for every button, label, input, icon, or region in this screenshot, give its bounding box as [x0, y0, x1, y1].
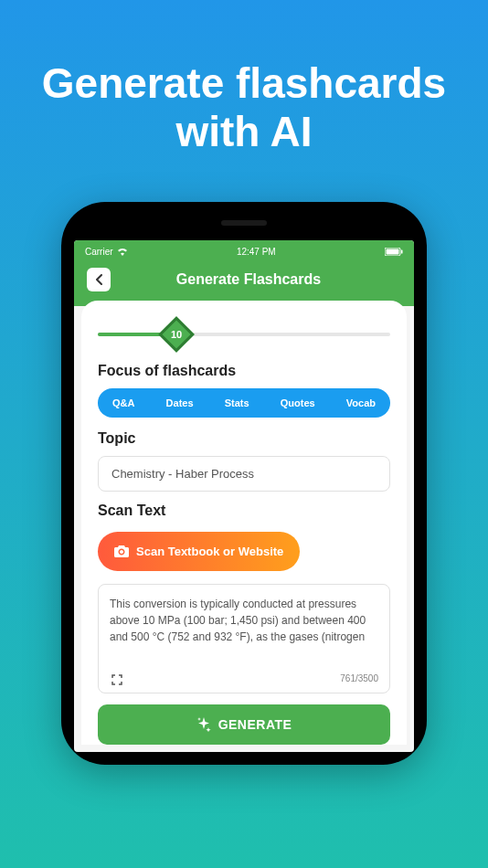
focus-pill-dates[interactable]: Dates	[166, 397, 194, 408]
svg-rect-2	[401, 250, 403, 254]
char-count: 761/3500	[340, 672, 378, 685]
page-title: Generate Flashcards	[96, 271, 401, 288]
slider-thumb[interactable]: 10	[159, 316, 196, 353]
focus-label: Focus of flashcards	[98, 363, 390, 379]
count-slider[interactable]: 10	[98, 321, 390, 348]
expand-icon[interactable]	[111, 674, 122, 685]
topic-label: Topic	[98, 430, 390, 447]
scan-label: Scan Text	[98, 503, 390, 519]
app-header: Generate Flashcards	[74, 260, 414, 306]
content-card: 10 Focus of flashcards Q&A Dates Stats Q…	[81, 301, 407, 745]
focus-pill-vocab[interactable]: Vocab	[346, 397, 376, 408]
generate-button[interactable]: GENERATE	[98, 704, 390, 745]
status-bar: Carrier 12:47 PM	[74, 240, 414, 260]
slider-value: 10	[171, 329, 182, 340]
hero-title: Generate flashcards with AI	[0, 0, 488, 184]
phone-frame: Carrier 12:47 PM Generate Flashcards	[61, 202, 427, 765]
phone-screen: Carrier 12:47 PM Generate Flashcards	[74, 240, 414, 752]
focus-pill-qa[interactable]: Q&A	[112, 397, 134, 408]
generate-button-label: GENERATE	[218, 717, 292, 732]
scan-text-area[interactable]: This conversion is typically conducted a…	[98, 584, 390, 693]
scan-button[interactable]: Scan Textbook or Website	[98, 532, 300, 571]
focus-pill-stats[interactable]: Stats	[225, 397, 249, 408]
status-time: 12:47 PM	[237, 247, 276, 257]
sparkle-icon	[196, 717, 211, 732]
scan-button-label: Scan Textbook or Website	[136, 545, 283, 558]
svg-rect-1	[387, 249, 399, 255]
wifi-icon	[117, 248, 128, 256]
focus-pill-quotes[interactable]: Quotes	[281, 397, 315, 408]
phone-speaker	[221, 220, 267, 226]
topic-input[interactable]: Chemistry - Haber Process	[98, 456, 390, 492]
focus-pills: Q&A Dates Stats Quotes Vocab	[98, 388, 390, 418]
battery-icon	[385, 248, 403, 256]
scan-text-content: This conversion is typically conducted a…	[110, 596, 378, 645]
phone-notch	[74, 215, 414, 240]
camera-icon	[114, 545, 129, 557]
carrier-label: Carrier	[85, 247, 113, 257]
